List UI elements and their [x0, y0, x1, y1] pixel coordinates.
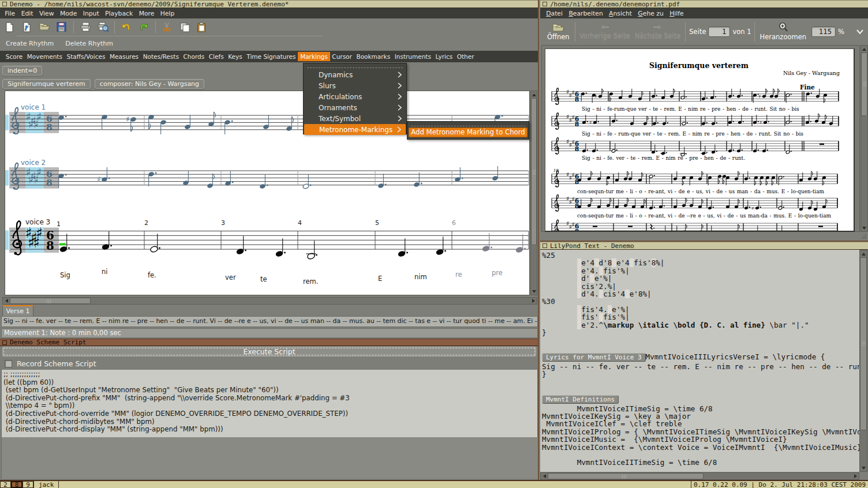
definitions-section-button[interactable]: MvmntI Definitions — [542, 395, 619, 404]
indent-directive-button[interactable]: indent=0 — [2, 66, 42, 76]
svg-text:pre: pre — [492, 269, 503, 277]
scheme-script-editor[interactable]: ;; ;;;;;;;;;;;;;(let ((bpm 60)) (set! bp… — [1, 370, 538, 437]
paste-icon[interactable] — [197, 22, 207, 32]
denemo-menu2-chords[interactable]: Chords — [181, 52, 207, 61]
save-icon[interactable] — [57, 22, 67, 32]
workspace-8[interactable]: 8 — [11, 481, 23, 488]
lily-scroll-right-icon[interactable] — [852, 473, 859, 479]
new-template-icon[interactable] — [22, 22, 32, 32]
pdf-scroll-up-icon[interactable] — [861, 46, 867, 52]
cut-icon[interactable] — [162, 22, 173, 32]
print-preview-icon[interactable] — [98, 22, 108, 32]
pdf-menu-datei[interactable]: Datei — [544, 9, 564, 18]
next-page-button[interactable]: Nächste Seite — [634, 22, 682, 41]
redo-icon[interactable] — [139, 22, 149, 32]
denemo-menu-playback[interactable]: Playback — [103, 9, 135, 18]
undo-icon[interactable] — [121, 22, 132, 32]
lilypond-titlebar[interactable]: LilyPond Text - Denemo — [540, 242, 868, 250]
denemo-menu2-lyrics[interactable]: Lyrics — [433, 52, 455, 61]
denemo-menu2-other[interactable]: Other — [455, 52, 476, 61]
score-hscrollbar[interactable] — [2, 297, 537, 305]
menu-item-label: Text/Symbol — [319, 115, 361, 123]
menu-item-metronome-markings[interactable]: Metronome-Markings — [304, 124, 406, 135]
copy-icon[interactable] — [179, 22, 190, 32]
lilypond-vscrollbar[interactable] — [859, 250, 867, 472]
execute-script-label: Execute Script — [243, 347, 295, 356]
denemo-menu2-keys[interactable]: Keys — [226, 52, 244, 61]
title-directive-button[interactable]: Signiferumque verterem — [2, 79, 91, 89]
execute-script-button[interactable]: Execute Script — [2, 347, 536, 356]
toolbar-overflow-icon[interactable] — [856, 29, 863, 34]
denemo-menu-mode[interactable]: Mode — [58, 9, 79, 18]
menu-item-slurs[interactable]: Slurs — [304, 80, 406, 91]
lily-scroll-left-icon[interactable] — [541, 473, 548, 479]
taskbar-window-jack[interactable]: jack — [33, 481, 59, 488]
svg-text:♯: ♯ — [572, 89, 575, 96]
pdf-vscrollbar[interactable] — [860, 45, 868, 232]
denemo-menu2-staffs-voices[interactable]: Staffs/Voices — [65, 52, 107, 61]
pdf-titlebar[interactable]: /home/nils/.denemo/denemoprint.pdf — [540, 0, 868, 8]
denemo-menu-more[interactable]: More — [137, 9, 156, 18]
pdf-menu-gehe-zu[interactable]: Gehe zu — [636, 9, 665, 18]
pdf-scroll-down-icon[interactable] — [861, 224, 867, 231]
denemo-menu2-clefs[interactable]: Clefs — [207, 52, 226, 61]
denemo-menu-view[interactable]: View — [38, 9, 56, 18]
open-button[interactable]: Öffnen — [545, 21, 572, 42]
lily-scroll-up-icon[interactable] — [860, 250, 867, 257]
denemo-titlebar[interactable]: Denemo - /home/nils/wacost-svn/denemo/20… — [0, 0, 538, 8]
denemo-menu-edit[interactable]: Edit — [19, 9, 35, 18]
denemo-menu2-bookmarks[interactable]: Bookmarks — [354, 52, 392, 61]
svg-text:ver: ver — [225, 273, 236, 281]
submenu-tearoff[interactable] — [411, 123, 525, 126]
resize-grip-icon[interactable] — [861, 234, 867, 239]
svg-text:8: 8 — [575, 228, 579, 232]
lyrics-section-button[interactable]: Lyrics for MvmntI Voice 3 — [542, 353, 646, 362]
verse-tab[interactable]: Verse 1 — [2, 305, 33, 316]
scroll-down-icon[interactable] — [531, 288, 537, 295]
lily-scroll-down-icon[interactable] — [860, 464, 867, 471]
denemo-menu2-notes-rests[interactable]: Notes/Rests — [141, 52, 181, 61]
lilypond-hscrollbar[interactable] — [540, 472, 859, 480]
lilypond-text-editor[interactable]: %25 e'4 d'8 e'4 fis'8%| e'4. fis'%| d' e… — [540, 250, 859, 472]
denemo-menu2-instruments[interactable]: Instruments — [392, 52, 433, 61]
scroll-right-icon[interactable] — [530, 298, 537, 304]
denemo-menu-file[interactable]: File — [3, 9, 17, 18]
create-rhythm-button[interactable]: Create Rhythm — [0, 40, 59, 47]
add-metronome-marking-item[interactable]: Add Metronome Marking to Chord — [409, 127, 527, 137]
composer-directive-button[interactable]: composer: Nils Gey - Wargsang — [95, 79, 204, 89]
denemo-menu-input[interactable]: Input — [81, 9, 101, 18]
denemo-menu2-time-signatures[interactable]: Time Signatures — [245, 52, 298, 61]
score-vscrollbar[interactable] — [530, 91, 537, 295]
zoom-button[interactable]: Heranzoomen — [758, 21, 809, 42]
denemo-menu2-score[interactable]: Score — [3, 52, 25, 61]
workspace-9[interactable]: 9 — [23, 481, 33, 488]
print-icon[interactable] — [80, 22, 91, 32]
workspace-2[interactable]: 2 — [0, 481, 11, 488]
pdf-menu-ansicht[interactable]: Ansicht — [607, 9, 634, 18]
page-entry[interactable]: 1 — [708, 27, 730, 37]
menu-tearoff[interactable] — [307, 65, 403, 68]
menu-item-text-symbol[interactable]: Text/Symbol — [304, 113, 406, 124]
scroll-up-icon[interactable] — [531, 91, 537, 98]
open-icon[interactable] — [39, 22, 50, 32]
new-icon[interactable] — [5, 22, 15, 32]
menu-item-ornaments[interactable]: Ornaments — [304, 102, 406, 113]
pdf-menu-bearbeiten[interactable]: Bearbeiten — [567, 9, 605, 18]
scroll-left-icon[interactable] — [3, 298, 10, 304]
record-scheme-checkbox[interactable] — [5, 360, 12, 367]
pdf-document-area[interactable]: Signiferumque verteremNils Gey - Wargsan… — [541, 45, 860, 232]
pdf-menu-hilfe[interactable]: Hilfe — [668, 9, 686, 18]
denemo-menu-help[interactable]: Help — [159, 9, 177, 18]
denemo-menu2-markings[interactable]: Markings — [298, 52, 330, 61]
previous-page-button[interactable]: Vorherige Seite — [578, 22, 631, 41]
menu-item-articulations[interactable]: Articulations — [304, 91, 406, 102]
denemo-menu2-measures[interactable]: Measures — [107, 52, 141, 61]
scheme-script-titlebar[interactable]: Denemo Scheme Script — [0, 339, 538, 346]
pdf-window-icon — [542, 2, 547, 6]
menu-item-dynamics[interactable]: Dynamics — [304, 69, 406, 80]
denemo-menu2-cursor[interactable]: Cursor — [330, 52, 354, 61]
delete-rhythm-button[interactable]: Delete Rhythm — [59, 40, 119, 47]
denemo-menu2-movements[interactable]: Movements — [25, 52, 65, 61]
zoom-entry[interactable]: 115 — [811, 27, 836, 37]
verse-text-field[interactable]: Sig -- ni -- fe. ver -- te -- rem. E -- … — [1, 316, 538, 327]
